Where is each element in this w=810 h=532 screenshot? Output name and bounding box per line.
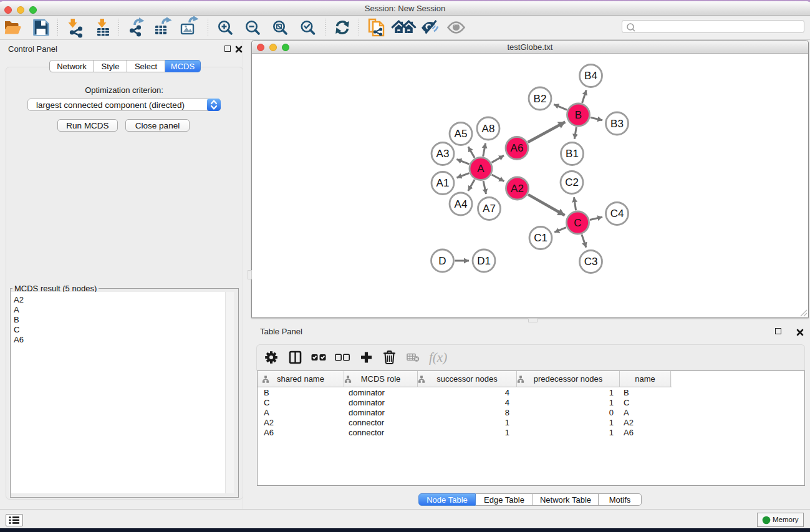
svg-text:D: D [438,255,446,267]
svg-text:A7: A7 [483,203,496,215]
svg-text:A4: A4 [455,198,468,210]
svg-text:A3: A3 [436,148,450,160]
svg-text:A8: A8 [482,123,495,135]
svg-text:D1: D1 [477,255,491,267]
svg-text:C: C [574,217,581,229]
svg-text:B2: B2 [534,93,547,105]
svg-text:A5: A5 [455,128,468,140]
svg-text:C4: C4 [610,208,624,220]
svg-text:A1: A1 [436,177,450,189]
svg-text:A2: A2 [511,183,524,195]
svg-text:A: A [477,163,485,175]
svg-text:C3: C3 [584,256,598,268]
svg-text:B3: B3 [610,118,624,130]
svg-text:f(x): f(x) [429,350,447,365]
svg-text:A6: A6 [511,142,524,154]
svg-text:C2: C2 [565,177,579,188]
svg-text:B: B [575,109,582,121]
svg-text:B1: B1 [566,148,579,160]
svg-text:C1: C1 [534,232,547,244]
svg-text:B4: B4 [584,70,597,82]
